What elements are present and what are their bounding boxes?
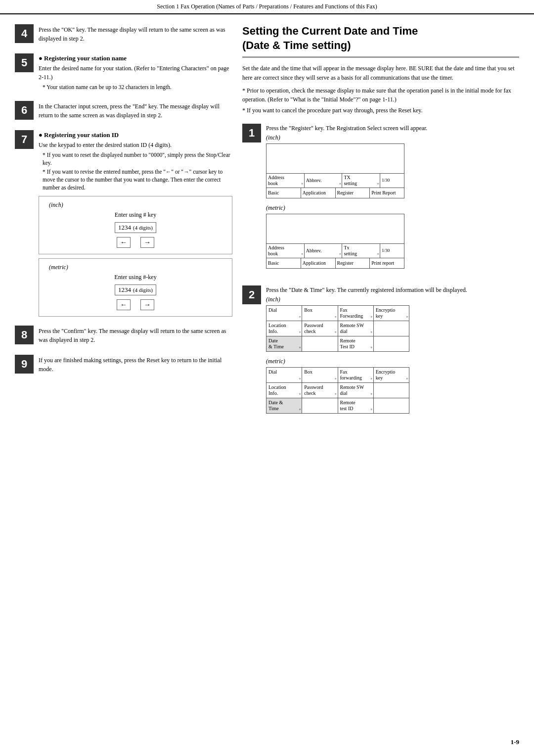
screen-m-tab-pagenum: 1/30: [380, 244, 404, 258]
step-1-content: Press the "Register" key. The Registrati…: [266, 124, 519, 275]
step-7-content: Registering your station ID Use the keyp…: [39, 130, 232, 316]
diagram-inch-inner: Enter using # key 1234 (4 digits) ← →: [49, 211, 222, 248]
diagram-metric-inner: Enter using #-key 1234 (4 digits) ← →: [49, 274, 222, 310]
header-text: Section 1 Fax Operation (Names of Parts …: [157, 3, 377, 10]
intro-text: Set the date and the time that will appe…: [242, 64, 519, 83]
screen-m-tab-addressbook[interactable]: Addressbook▫: [267, 244, 305, 258]
screen-tab-tx[interactable]: TXsetting▫: [342, 174, 380, 188]
cell-remote-sw[interactable]: Remote SWdial▫: [338, 321, 374, 336]
intro-note-1: * Prior to operation, check the message …: [242, 86, 519, 104]
grid-m-row-3: Date &Time▫ Remotetest ID▫: [267, 398, 409, 413]
screen-1-metric-tabs-bottom: Basic Application Register Print report: [267, 258, 404, 268]
step-7-title: Registering your station ID: [39, 131, 232, 139]
screen-2-inch: Dial▫ Box▫ FaxForwarding▫ Encryptiokey▫ …: [266, 305, 409, 352]
step-4-content: Press the "OK" key. The message display …: [39, 24, 232, 45]
step-4-text: Press the "OK" key. The message display …: [39, 25, 232, 43]
screen-tab-abbrev[interactable]: Abbrev.▫: [305, 174, 343, 188]
screen-2-metric: Dial▫ Box▫ Faxforwarding▫ Encryptiokey▫ …: [266, 367, 409, 414]
page-number: 1-9: [511, 738, 519, 746]
cell-fax-forwarding[interactable]: FaxForwarding▫: [338, 306, 374, 321]
step-number-8: 8: [15, 326, 34, 344]
cell-m-password-check[interactable]: Passwordcheck▫: [302, 383, 338, 398]
screen-1-inch-label: (inch): [266, 134, 519, 142]
screen-1-inch-area: [267, 144, 404, 174]
screen-1-metric: Addressbook▫ Abbrev.▫ Txsetting▫ 1/30 Ba…: [266, 214, 404, 269]
cell-empty-1: [374, 321, 409, 336]
screen-1-inch: Addressbook▫ Abbrev.▫ TXsetting▫ 1/30 Ba…: [266, 143, 404, 198]
screen-btab-basic[interactable]: Basic: [267, 188, 301, 198]
cell-m-empty-1: [374, 383, 409, 398]
arrow-right-btn[interactable]: →: [140, 237, 154, 248]
diagram-inch-value: 1234: [118, 224, 131, 232]
step-5-title: Registering your station name: [39, 54, 232, 62]
cell-encrypt-key[interactable]: Encryptiokey▫: [374, 306, 409, 321]
screen-btab-printreport[interactable]: Print Report: [370, 188, 404, 198]
step-number-9: 9: [15, 355, 34, 374]
step-9: 9 If you are finished making settings, p…: [15, 355, 232, 375]
step-5: 5 Registering your station name Enter th…: [15, 53, 232, 92]
cell-m-date-time[interactable]: Date &Time▫: [267, 398, 302, 413]
step-6-content: In the Character input screen, press the…: [39, 101, 232, 121]
grid-m-row-1: Dial▫ Box▫ Faxforwarding▫ Encryptiokey▫: [267, 368, 409, 383]
screen-m-tab-abbrev[interactable]: Abbrev.▫: [305, 244, 343, 258]
cell-box[interactable]: Box▫: [302, 306, 338, 321]
step-8-text: Press the "Confirm" key. The message dis…: [39, 327, 232, 344]
cell-remote-testid[interactable]: RemoteTest ID▫: [338, 336, 374, 351]
intro-note-2: * If you want to cancel the procedure pa…: [242, 106, 519, 115]
screen-2-metric-label: (metric): [266, 358, 519, 365]
diagram-metric-row1: Enter using #-key: [49, 274, 222, 281]
screen-m-btab-printreport[interactable]: Print report: [370, 258, 404, 268]
cell-m-remote-sw[interactable]: Remote SWdial▫: [338, 383, 374, 398]
step-1-text: Press the "Register" key. The Registrati…: [266, 124, 519, 133]
cell-location-info[interactable]: LocationInfo.▫: [267, 321, 302, 336]
arrow-metric-left-btn[interactable]: ←: [117, 299, 131, 310]
screen-btab-register[interactable]: Register: [336, 188, 370, 198]
grid-m-row-2: LocationInfo.▫ Passwordcheck▫ Remote SWd…: [267, 383, 409, 398]
diagram-metric-label: (metric): [49, 264, 222, 271]
step-7-note-1: * If you want to reset the displayed num…: [43, 151, 232, 167]
cell-m-fax-forwarding[interactable]: Faxforwarding▫: [338, 368, 374, 382]
screen-2-inch-label: (inch): [266, 296, 519, 303]
step-2-right: 2 Press the "Date & Time" key. The curre…: [242, 285, 519, 420]
step-8: 8 Press the "Confirm" key. The message d…: [15, 326, 232, 346]
step-7: 7 Registering your station ID Use the ke…: [15, 130, 232, 316]
page-header: Section 1 Fax Operation (Names of Parts …: [0, 0, 534, 14]
cell-m-encrypt-key[interactable]: Encryptiokey▫: [374, 368, 409, 382]
cell-m-empty-2: [302, 398, 338, 413]
step-4: 4 Press the "OK" key. The message displa…: [15, 24, 232, 45]
diagram-inch-row1: Enter using # key: [49, 211, 222, 219]
step-2-text: Press the "Date & Time" key. The current…: [266, 285, 519, 294]
step-5-content: Registering your station name Enter the …: [39, 53, 232, 92]
step-9-content: If you are finished making settings, pre…: [39, 355, 232, 375]
step-2-content: Press the "Date & Time" key. The current…: [266, 285, 519, 420]
screen-1-inch-tabs-top: Addressbook▫ Abbrev.▫ TXsetting▫ 1/30: [267, 174, 404, 188]
arrow-metric-right-btn[interactable]: →: [140, 299, 154, 310]
cell-m-box[interactable]: Box▫: [302, 368, 338, 382]
cell-m-location-info[interactable]: LocationInfo.▫: [267, 383, 302, 398]
screen-m-btab-basic[interactable]: Basic: [267, 258, 301, 268]
step-number-7: 7: [15, 130, 34, 149]
cell-password-check[interactable]: Passwordcheck▫: [302, 321, 338, 336]
arrow-left-btn[interactable]: ←: [117, 237, 131, 248]
cell-date-time[interactable]: Date& Time▫: [267, 336, 302, 351]
grid-row-3-inch: Date& Time▫ RemoteTest ID▫: [267, 336, 409, 351]
screen-m-tab-tx[interactable]: Txsetting▫: [342, 244, 380, 258]
screen-m-btab-application[interactable]: Application: [301, 258, 336, 268]
diagram-metric-suffix: (4 digits): [133, 287, 153, 293]
screen-btab-application[interactable]: Application: [301, 188, 336, 198]
section-title: Setting the Current Date and Time(Date &…: [242, 24, 519, 58]
diagram-metric-arrows: ← →: [49, 299, 222, 310]
right-column: Setting the Current Date and Time(Date &…: [242, 24, 519, 430]
grid-row-1-inch: Dial▫ Box▫ FaxForwarding▫ Encryptiokey▫: [267, 306, 409, 321]
step-6: 6 In the Character input screen, press t…: [15, 101, 232, 121]
screen-m-btab-register[interactable]: Register: [336, 258, 370, 268]
cell-empty-3: [374, 336, 409, 351]
cell-m-dial[interactable]: Dial▫: [267, 368, 302, 382]
diagram-inch-display: 1234 (4 digits): [115, 222, 156, 233]
left-column: 4 Press the "OK" key. The message displa…: [15, 24, 232, 430]
cell-dial[interactable]: Dial▫: [267, 306, 302, 321]
screen-tab-addressbook[interactable]: Addressbook▫: [267, 174, 305, 188]
cell-m-remote-testid[interactable]: Remotetest ID▫: [338, 398, 374, 413]
diagram-metric: (metric) Enter using #-key 1234 (4 digit…: [39, 258, 232, 317]
step-7-text: Use the keypad to enter the desired stat…: [39, 141, 232, 149]
